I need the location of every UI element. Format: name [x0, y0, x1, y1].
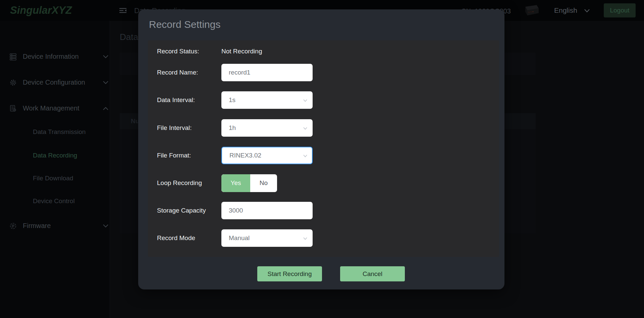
sidebar-item-work-management[interactable]: Work Management: [0, 102, 110, 115]
sidebar-item-label: Work Management: [23, 104, 79, 112]
dialog-form-panel: Record Status: Not Recording Record Name…: [148, 40, 499, 257]
sidebar-item-file-download[interactable]: File Download: [0, 172, 110, 185]
device-photo: [522, 2, 541, 19]
loop-recording-toggle: Yes No: [221, 174, 277, 192]
tasks-icon: [9, 105, 17, 113]
chevron-down-icon: [103, 54, 109, 60]
cancel-button[interactable]: Cancel: [340, 266, 405, 281]
sidebar-item-data-recording[interactable]: Data Recording: [0, 149, 110, 162]
chevron-up-icon: [103, 106, 109, 112]
record-mode-row: Record Mode Manual: [157, 229, 490, 247]
data-interval-select[interactable]: 1s: [221, 91, 313, 109]
record-mode-select[interactable]: Manual: [221, 229, 313, 247]
storage-capacity-row: Storage Capacity: [157, 202, 490, 219]
chevron-down-icon: [103, 223, 109, 229]
record-settings-dialog: Record Settings Record Status: Not Recor…: [138, 9, 504, 289]
server-icon: [9, 53, 17, 62]
data-interval-row: Data Interval: 1s: [157, 91, 490, 109]
sidebar-item-firmware[interactable]: Firmware: [0, 219, 110, 233]
start-recording-button[interactable]: Start Recording: [257, 266, 322, 281]
sidebar-item-label: Firmware: [23, 222, 51, 230]
chevron-down-icon: [303, 153, 308, 160]
chevron-down-icon: [303, 125, 308, 133]
loop-recording-no-option[interactable]: No: [250, 174, 277, 192]
record-status-value: Not Recording: [221, 48, 262, 55]
file-interval-row: File Interval: 1h: [157, 119, 490, 137]
loop-recording-row: Loop Recording Yes No: [157, 174, 490, 192]
sidebar-item-device-configuration[interactable]: Device Configuration: [0, 76, 110, 89]
collapse-sidebar-icon[interactable]: [119, 7, 128, 14]
file-format-row: File Format: RINEX3.02: [157, 147, 490, 164]
record-name-input[interactable]: [221, 64, 313, 81]
sidebar-item-data-transmission[interactable]: Data Transmission: [0, 126, 110, 138]
chevron-down-icon: [584, 6, 590, 14]
storage-capacity-label: Storage Capacity: [157, 207, 221, 214]
chevron-down-icon: [303, 97, 308, 105]
record-status-row: Record Status: Not Recording: [157, 43, 490, 60]
gear-icon: [9, 79, 17, 88]
sidebar-item-label: Device Configuration: [23, 79, 85, 86]
dialog-title: Record Settings: [149, 19, 220, 30]
storage-capacity-input[interactable]: [221, 202, 313, 219]
data-interval-label: Data Interval:: [157, 96, 221, 104]
firmware-icon: [9, 222, 17, 231]
sidebar-item-device-control[interactable]: Device Control: [0, 195, 110, 208]
record-mode-label: Record Mode: [157, 234, 221, 242]
record-name-label: Record Name:: [157, 69, 221, 76]
chevron-down-icon: [103, 80, 109, 86]
file-interval-select[interactable]: 1h: [221, 119, 313, 137]
loop-recording-label: Loop Recording: [157, 179, 221, 187]
sidebar-item-label: Device Information: [23, 53, 79, 60]
record-name-row: Record Name:: [157, 64, 490, 81]
language-selector[interactable]: English: [554, 6, 590, 14]
app-window: SingularXYZ Data Recording SN: 1920GC003: [0, 0, 644, 318]
file-interval-label: File Interval:: [157, 124, 221, 132]
logout-button[interactable]: Logout: [604, 3, 636, 17]
language-label: English: [554, 6, 577, 14]
sidebar-nav: Device Information Device Configuration: [0, 21, 110, 318]
record-status-label: Record Status:: [157, 48, 221, 55]
brand-logo: SingularXYZ: [10, 4, 72, 16]
loop-recording-yes-option[interactable]: Yes: [221, 174, 250, 192]
file-format-select[interactable]: RINEX3.02: [221, 147, 313, 164]
file-format-label: File Format:: [157, 152, 221, 159]
chevron-down-icon: [303, 235, 308, 243]
sidebar-item-device-information[interactable]: Device Information: [0, 50, 110, 63]
